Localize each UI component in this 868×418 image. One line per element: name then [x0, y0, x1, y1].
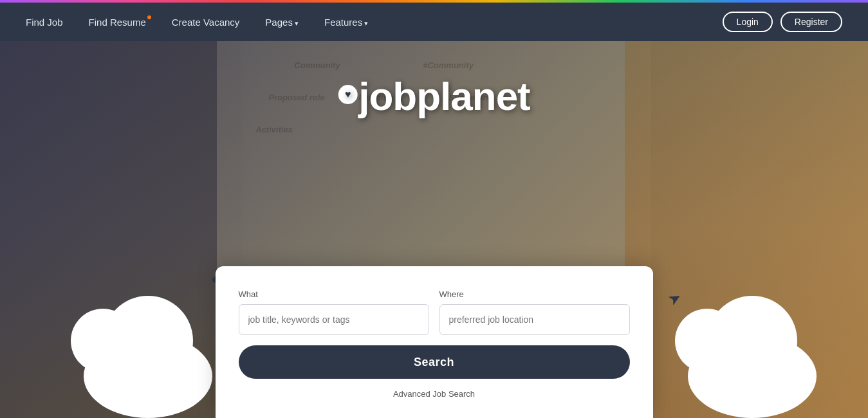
register-button[interactable]: Register: [780, 12, 842, 32]
nav-find-resume[interactable]: Find Resume: [89, 17, 146, 28]
search-card: What Where Search Advanced Job Search: [216, 266, 653, 418]
nav-create-vacancy[interactable]: Create Vacancy: [172, 17, 240, 28]
nav-features[interactable]: Features: [324, 17, 368, 28]
nav-auth: Login Register: [723, 12, 842, 32]
cloud-left: [84, 334, 212, 418]
nav-pages[interactable]: Pages: [265, 17, 299, 28]
where-label: Where: [439, 289, 630, 299]
where-field-group: Where: [439, 289, 630, 335]
nav-links: Find Job Find Resume Create Vacancy Page…: [26, 17, 368, 28]
what-input[interactable]: [239, 304, 429, 335]
cloud-right: ➤: [688, 334, 817, 418]
cloud-shape-right: ➤: [688, 334, 817, 418]
advanced-search-link[interactable]: Advanced Job Search: [239, 389, 630, 399]
search-fields: What Where: [239, 289, 630, 335]
cloud-shape-left: [84, 334, 212, 418]
navbar: Find Job Find Resume Create Vacancy Page…: [0, 3, 868, 41]
brand-name: jobplanet: [338, 74, 530, 118]
search-button[interactable]: Search: [239, 345, 630, 379]
what-field-group: What: [239, 289, 429, 335]
where-input[interactable]: [439, 304, 630, 335]
brand-overlay: jobplanet: [338, 73, 530, 119]
brand-icon: [338, 85, 357, 104]
nav-find-job[interactable]: Find Job: [26, 17, 63, 28]
login-button[interactable]: Login: [723, 12, 773, 32]
what-label: What: [239, 289, 429, 299]
hero-section: Community #Community Proposed role Initi…: [0, 41, 868, 418]
